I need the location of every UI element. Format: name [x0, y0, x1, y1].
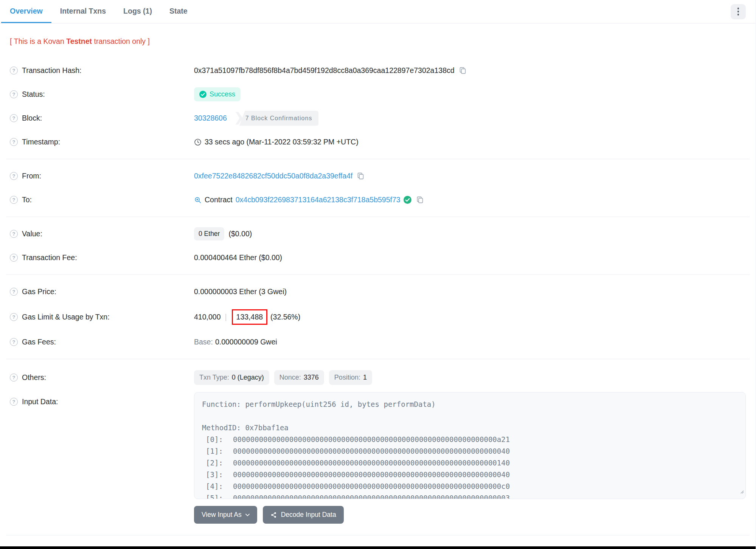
- section-gas: ? Gas Price: 0.000000003 Ether (3 Gwei) …: [0, 280, 756, 354]
- row-transaction-hash: ? Transaction Hash: 0x371a51097fb78df856…: [10, 59, 746, 82]
- resize-grip-icon[interactable]: [739, 485, 744, 497]
- input-word-4: [4]:000000000000000000000000000000000000…: [202, 481, 738, 492]
- input-word-0: [0]:000000000000000000000000000000000000…: [202, 434, 738, 445]
- row-others: ? Others: Txn Type:0 (Legacy) Nonce:3376…: [10, 364, 746, 391]
- row-gas-price: ? Gas Price: 0.000000003 Ether (3 Gwei): [10, 280, 746, 304]
- status-badge: Success: [194, 87, 241, 101]
- help-icon[interactable]: ?: [10, 67, 18, 74]
- help-icon[interactable]: ?: [10, 172, 18, 180]
- caret-down-icon: [245, 513, 250, 516]
- timestamp-value: 33 secs ago (Mar-11-2022 03:59:32 PM +UT…: [205, 138, 359, 146]
- from-address-link[interactable]: 0xfee7522e8482682cf50ddc50a0f8da2a39effa…: [194, 172, 352, 180]
- usd-value: ($0.00): [228, 230, 252, 238]
- row-block: ? Block: 30328606 7 Block Confirmations: [10, 106, 746, 130]
- help-icon[interactable]: ?: [10, 230, 18, 238]
- section-others-input: ? Others: Txn Type:0 (Legacy) Nonce:3376…: [0, 364, 756, 524]
- help-icon[interactable]: ?: [10, 114, 18, 122]
- help-icon[interactable]: ?: [10, 138, 18, 146]
- help-icon[interactable]: ?: [10, 313, 18, 321]
- testnet-notice: [ This is a Kovan Testnet transaction on…: [0, 37, 756, 46]
- transaction-overview-page: Overview Internal Txns Logs (1) State [ …: [0, 0, 756, 549]
- row-label: From:: [22, 172, 41, 180]
- copy-icon[interactable]: [357, 172, 365, 180]
- row-label: Value:: [22, 230, 42, 238]
- input-word-5: [5]:000000000000000000000000000000000000…: [202, 492, 738, 499]
- row-label: Block:: [22, 114, 42, 123]
- section-addresses: ? From: 0xfee7522e8482682cf50ddc50a0f8da…: [0, 164, 756, 212]
- row-label: To:: [22, 195, 32, 204]
- row-timestamp: ? Timestamp: 33 secs ago (Mar-11-2022 03…: [10, 130, 746, 154]
- gas-limit-value: 410,000: [194, 313, 221, 321]
- row-gas-fees: ? Gas Fees: Base: 0.000000009 Gwei: [10, 330, 746, 354]
- kebab-menu-icon: [737, 8, 739, 16]
- input-word-1: [1]:000000000000000000000000000000000000…: [202, 445, 738, 457]
- section-summary: ? Transaction Hash: 0x371a51097fb78df856…: [0, 59, 756, 154]
- divider: [6, 359, 750, 359]
- input-blank-line: [202, 410, 738, 422]
- section-value: ? Value: 0 Ether ($0.00) ? Transaction F…: [0, 222, 756, 270]
- row-label: Transaction Hash:: [22, 66, 82, 75]
- row-to: ? To: Contract 0x4cb093f226983713164a621…: [10, 188, 746, 212]
- input-methodid-line: MethodID: 0x7bbaf1ea: [202, 422, 738, 434]
- position-badge: Position:1: [329, 370, 372, 385]
- row-gas-limit-usage: ? Gas Limit & Usage by Txn: 410,000 | 13…: [10, 304, 746, 330]
- base-fee-label: Base:: [194, 338, 213, 346]
- tab-bar: Overview Internal Txns Logs (1) State: [0, 0, 756, 23]
- contract-verified-icon: [404, 196, 411, 204]
- help-icon[interactable]: ?: [10, 254, 18, 262]
- transaction-fee-value: 0.000400464 Ether ($0.00): [194, 253, 282, 262]
- clock-icon: [194, 138, 202, 146]
- tab-overview[interactable]: Overview: [1, 0, 51, 23]
- row-label: Gas Limit & Usage by Txn:: [22, 313, 110, 321]
- help-icon[interactable]: ?: [10, 338, 18, 346]
- gas-used-value: 133,488: [236, 313, 263, 321]
- bottom-window-edge: [0, 546, 756, 549]
- divider: [6, 535, 750, 535]
- transaction-hash-value: 0x371a51097fb78df856f8b4a7bd459f192d8cc8…: [194, 66, 455, 75]
- help-icon[interactable]: ?: [10, 90, 18, 98]
- copy-icon[interactable]: [416, 196, 424, 204]
- copy-icon[interactable]: [459, 67, 467, 74]
- row-from: ? From: 0xfee7522e8482682cf50ddc50a0f8da…: [10, 164, 746, 188]
- row-transaction-fee: ? Transaction Fee: 0.000400464 Ether ($0…: [10, 246, 746, 270]
- help-icon[interactable]: ?: [10, 398, 18, 406]
- kebab-menu-button[interactable]: [731, 4, 746, 19]
- decode-icon: [270, 512, 277, 518]
- row-value: ? Value: 0 Ether ($0.00): [10, 222, 746, 246]
- help-icon[interactable]: ?: [10, 288, 18, 296]
- row-label: Input Data:: [22, 397, 58, 406]
- input-actions: View Input As Decode Input Data: [194, 506, 746, 524]
- divider: [6, 217, 750, 217]
- zoom-in-icon[interactable]: [194, 196, 202, 204]
- row-label: Gas Price:: [22, 287, 56, 296]
- divider: [6, 274, 750, 275]
- view-input-as-button[interactable]: View Input As: [194, 506, 257, 524]
- block-number-link[interactable]: 30328606: [194, 114, 227, 123]
- row-status: ? Status: Success: [10, 82, 746, 106]
- input-word-2: [2]:000000000000000000000000000000000000…: [202, 457, 738, 469]
- nonce-badge: Nonce:3376: [274, 370, 324, 385]
- gas-price-value: 0.000000003 Ether (3 Gwei): [194, 287, 287, 296]
- row-label: Status:: [22, 90, 45, 99]
- divider: [6, 159, 750, 159]
- txn-type-badge: Txn Type:0 (Legacy): [194, 370, 269, 385]
- row-label: Gas Fees:: [22, 338, 56, 346]
- tab-logs[interactable]: Logs (1): [115, 0, 161, 23]
- base-fee-value: 0.000000009 Gwei: [215, 338, 277, 346]
- separator: |: [223, 313, 229, 321]
- row-label: Others:: [22, 373, 46, 382]
- input-function-line: Function: performUpkeep(uint256 id, byte…: [202, 399, 738, 410]
- to-address-link[interactable]: 0x4cb093f226983713164a62138c3f718a5b595f…: [236, 195, 401, 204]
- success-check-icon: [199, 91, 206, 98]
- tab-state[interactable]: State: [161, 0, 196, 23]
- input-word-3: [3]:000000000000000000000000000000000000…: [202, 469, 738, 481]
- help-icon[interactable]: ?: [10, 196, 18, 204]
- decode-input-data-button[interactable]: Decode Input Data: [263, 506, 344, 524]
- help-icon[interactable]: ?: [10, 374, 18, 382]
- tab-internal-txns[interactable]: Internal Txns: [51, 0, 115, 23]
- block-confirmations-badge: 7 Block Confirmations: [236, 111, 319, 126]
- gas-used-percent: (32.56%): [270, 313, 300, 321]
- input-data-textarea[interactable]: Function: performUpkeep(uint256 id, byte…: [194, 392, 746, 499]
- contract-prefix: Contract: [205, 195, 233, 204]
- row-input-data: ? Input Data: Function: performUpkeep(ui…: [10, 392, 746, 499]
